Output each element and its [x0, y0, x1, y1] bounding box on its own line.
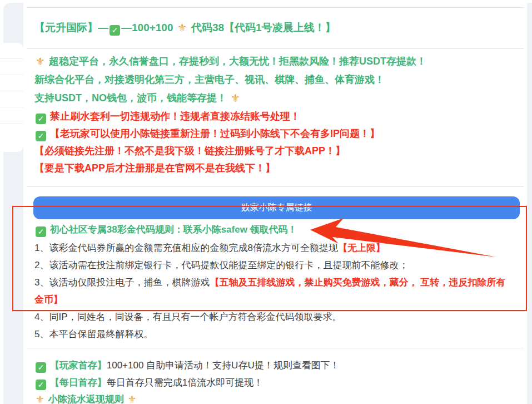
text-segment: 禁止刷水套利一切违规动作！违规者直接冻结账号处理！ — [47, 111, 300, 122]
check-icon: ✓ — [36, 131, 46, 141]
text-segment: 【无上限】 — [338, 243, 385, 253]
text-segment: 2、该活动需在投注前绑定银行卡，代码提款仅能提至绑定的银行卡，且提现前不能修改； — [34, 260, 408, 270]
fleur-icon: ⚜ — [36, 391, 44, 404]
divider — [27, 48, 524, 49]
post-content-card: 【元升国际】—✓—100+100 ⚜ 代码38【代码1号凌晨上线！】 ⚜ 超稳定… — [23, 0, 527, 404]
fleur-icon: ⚜ — [36, 52, 45, 71]
text-line: ✓ 【老玩家可以使用小陈链接重新注册！过码到小陈线下不会有多IP问题！】 — [34, 125, 513, 142]
text-segment: 初心社区专属38彩金代码规则：联系小陈safew 领取代码！ — [47, 224, 297, 235]
text-line: ✓ 初心社区专属38彩金代码规则：联系小陈safew 领取代码！ — [34, 221, 513, 238]
text-segment: 【每日首存】 — [47, 377, 107, 388]
warning-text: ✓ 禁止刷水套利一切违规动作！违规者直接冻结账号处理！✓ 【老玩家可以使用小陈链… — [34, 108, 513, 177]
sidebar-list-item[interactable] — [0, 75, 23, 91]
text-segment: 【必须链接先注册！不然不是我下级！链接注册账号了才下载APP！】 — [34, 145, 345, 156]
text-segment: 【要是下载APP后才注册那是在官网不是在我线下！】 — [34, 162, 275, 174]
text-line: 1、该彩金代码券所赢的金额需充值相应的金额完成8倍流水方可全额提现【无上限】 — [34, 239, 513, 257]
intro-text: ⚜ 超稳定平台，永久信誉盘口，存提秒到，大额无忧！拒黑款风险！推荐USDT存提款… — [34, 52, 513, 107]
sidebar-list-item[interactable] — [0, 124, 23, 139]
text-line: 支持USDT，NO钱包，波币，钱能等存提！ ⚜ — [34, 89, 513, 107]
text-line: 4、同IP，同姓名，同设备，有且只有一个帐户方符合彩金代码领取要求。 — [34, 308, 513, 326]
rules-header: ✓ 初心社区专属38彩金代码规则：联系小陈safew 领取代码！ — [34, 221, 513, 238]
sidebar-list-item[interactable] — [0, 43, 23, 59]
sidebar-list-item[interactable] — [0, 91, 23, 107]
check-icon: ✓ — [36, 380, 46, 390]
text-line: 新综合化平台，对接透明化第三方，主营电子、视讯、棋牌、捕鱼、体育游戏！ — [34, 71, 513, 89]
divider — [27, 7, 524, 8]
text-line: ✓ 禁止刷水套利一切违规动作！违规者直接冻结账号处理！ — [34, 108, 513, 125]
text-segment: 4、同IP，同姓名，同设备，有且只有一个帐户方符合彩金代码领取要求。 — [34, 312, 342, 322]
promo-link-button[interactable]: 败家小陈专属链接 — [33, 196, 520, 219]
text-segment: 代码38【代码1号凌晨上线！】 — [188, 22, 336, 33]
text-segment: 1、该彩金代码券所赢的金额需充值相应的金额完成8倍流水方可全额提现 — [34, 243, 338, 253]
text-segment: 小陈流水返现规则 — [46, 394, 126, 404]
sidebar-menu-rows — [0, 43, 23, 139]
text-line: 3、该活动仅限投注电子，捕鱼，棋牌游戏【五轴及五排线游戏，禁止购买免费游戏，藏分… — [34, 274, 513, 308]
post-title: 【元升国际】—✓—100+100 ⚜ 代码38【代码1号凌晨上线！】 — [34, 20, 513, 36]
text-line: ✓ 【玩家首存】100+100 自助申请活动！支持U存U提！规则查看图下！ — [34, 357, 513, 374]
sidebar-menu-card — [0, 43, 23, 152]
text-segment: 3、该活动仅限投注电子，捕鱼，棋牌游戏 — [34, 277, 210, 288]
check-icon: ✓ — [36, 226, 46, 237]
text-line: ⚜ 超稳定平台，永久信誉盘口，存提秒到，大额无忧！拒黑款风险！推荐USDT存提款… — [34, 52, 513, 71]
divider — [27, 186, 524, 187]
text-line: 【元升国际】—✓—100+100 ⚜ 代码38【代码1号凌晨上线！】 — [34, 20, 513, 36]
check-icon: ✓ — [110, 25, 120, 36]
text-segment: 每日首存只需完成1倍流水即可提现！ — [107, 377, 263, 388]
sidebar-list-item[interactable] — [0, 107, 23, 124]
check-icon: ✓ — [36, 114, 46, 124]
text-segment: 【玩家首存】 — [47, 360, 107, 371]
sidebar-list-item[interactable] — [0, 59, 23, 75]
text-segment: —100+100 — [121, 22, 176, 33]
check-icon: ✓ — [36, 362, 46, 373]
fleur-icon: ⚜ — [177, 21, 187, 36]
text-line: 2、该活动需在投注前绑定银行卡，代码提款仅能提至绑定的银行卡，且提现前不能修改； — [34, 257, 513, 274]
text-line: ✓ 【每日首存】每日首存只需完成1倍流水即可提现！ — [34, 374, 513, 391]
text-line: ⚜ 小陈流水返现规则 ⚜ — [34, 391, 513, 404]
text-segment: 新综合化平台，对接透明化第三方，主营电子、视讯、棋牌、捕鱼、体育游戏！ — [34, 74, 385, 85]
text-segment: 【老玩家可以使用小陈链接重新注册！过码到小陈线下不会有多IP问题！】 — [47, 128, 380, 139]
divider — [27, 348, 524, 348]
text-segment: 【元升国际】— — [34, 22, 108, 33]
text-segment: 100+100 自助申请活动！支持U存U提！规则查看图下！ — [107, 360, 340, 371]
text-segment: 支持USDT，NO钱包，波币，钱能等存提！ — [34, 92, 230, 104]
text-segment: 5、本平台保留最终解释权。 — [34, 329, 153, 339]
text-line: 5、本平台保留最终解释权。 — [34, 326, 513, 343]
fleur-icon: ⚜ — [231, 89, 240, 107]
text-line: 【要是下载APP后才注册那是在官网不是在我线下！】 — [34, 160, 513, 177]
text-segment: 超稳定平台，永久信誉盘口，存提秒到，大额无忧！拒黑款风险！推荐USDT存提款！ — [46, 56, 426, 67]
footer-text: ✓ 【玩家首存】100+100 自助申请活动！支持U存U提！规则查看图下！✓ 【… — [34, 357, 513, 404]
rules-list: 1、该彩金代码券所赢的金额需充值相应的金额完成8倍流水方可全额提现【无上限】2、… — [34, 239, 513, 343]
fleur-icon: ⚜ — [127, 391, 136, 404]
text-line: 【必须链接先注册！不然不是我下级！链接注册账号了才下载APP！】 — [34, 142, 513, 160]
